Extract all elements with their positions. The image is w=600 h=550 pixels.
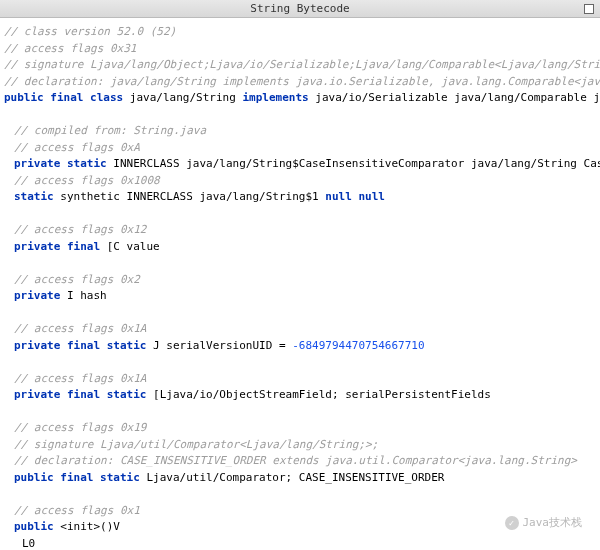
maximize-icon[interactable] xyxy=(584,4,594,14)
code-comment: // access flags 0x19 xyxy=(4,420,596,437)
code-comment: // access flags 0x12 xyxy=(4,222,596,239)
innerclass-declaration: private static INNERCLASS java/lang/Stri… xyxy=(4,156,596,173)
code-comment: // access flags 0xA xyxy=(4,140,596,157)
code-comment: // access flags 0x1008 xyxy=(4,173,596,190)
code-comment: // declaration: java/lang/String impleme… xyxy=(4,74,596,91)
watermark: ✓ Java技术栈 xyxy=(505,515,583,530)
class-declaration: public final class java/lang/String impl… xyxy=(4,90,596,107)
code-comment: // signature Ljava/util/Comparator<Ljava… xyxy=(4,437,596,454)
field-declaration: private final [C value xyxy=(4,239,596,256)
code-comment: // access flags 0x31 xyxy=(4,41,596,58)
field-declaration: private final static [Ljava/io/ObjectStr… xyxy=(4,387,596,404)
bytecode-label: L0 xyxy=(4,536,596,551)
innerclass-declaration: static synthetic INNERCLASS java/lang/St… xyxy=(4,189,596,206)
code-comment: // declaration: CASE_INSENSITIVE_ORDER e… xyxy=(4,453,596,470)
field-declaration: private I hash xyxy=(4,288,596,305)
bytecode-viewer[interactable]: // class version 52.0 (52) // access fla… xyxy=(0,18,600,550)
code-comment: // access flags 0x2 xyxy=(4,272,596,289)
code-comment: // access flags 0x1A xyxy=(4,371,596,388)
field-declaration: public final static Ljava/util/Comparato… xyxy=(4,470,596,487)
code-comment: // signature Ljava/lang/Object;Ljava/io/… xyxy=(4,57,596,74)
watermark-text: Java技术栈 xyxy=(523,515,583,530)
window-titlebar: String Bytecode xyxy=(0,0,600,18)
code-comment: // access flags 0x1A xyxy=(4,321,596,338)
wechat-icon: ✓ xyxy=(505,516,519,530)
code-comment: // compiled from: String.java xyxy=(4,123,596,140)
code-comment: // class version 52.0 (52) xyxy=(4,24,596,41)
field-declaration: private final static J serialVersionUID … xyxy=(4,338,596,355)
window-title: String Bytecode xyxy=(250,2,349,15)
